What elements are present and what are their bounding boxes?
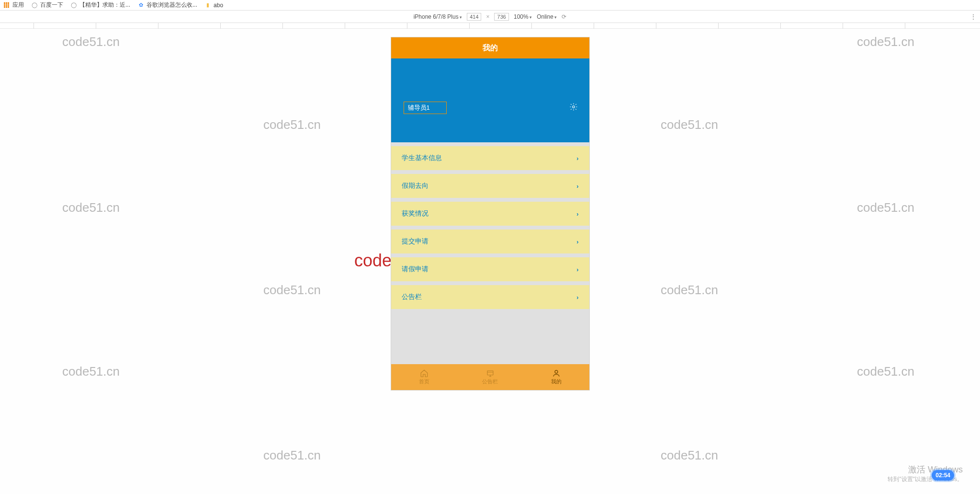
watermark: code51.cn — [62, 364, 120, 379]
watermark: code51.cn — [263, 117, 321, 132]
bookmark-folder-label: abo — [214, 2, 223, 9]
bookmarks-bar: 应用 ◯ 百度一下 ◯ 【精华】求助：近... ✿ 谷歌浏览器怎么收... ▮ … — [0, 0, 980, 11]
profile-panel: 辅导员1 — [391, 58, 589, 142]
apps-grid-icon — [4, 2, 10, 8]
chevron-right-icon: › — [576, 210, 578, 218]
menu-item-label: 学生基本信息 — [402, 154, 442, 162]
watermark: code51.cn — [857, 34, 914, 49]
menu-item-board[interactable]: 公告栏 › — [391, 285, 589, 309]
profile-name-text: 辅导员1 — [408, 104, 430, 111]
menu-item-student-info[interactable]: 学生基本信息 › — [391, 146, 589, 170]
chevron-right-icon: › — [576, 238, 578, 245]
bookmark-apps[interactable]: 应用 — [3, 1, 24, 9]
device-width-input[interactable]: 414 — [467, 13, 481, 21]
bookmark-forum[interactable]: ◯ 【精华】求助：近... — [70, 1, 130, 9]
menu-item-label: 假期去向 — [402, 182, 428, 190]
globe-icon: ◯ — [70, 1, 78, 9]
app-header: 我的 — [391, 37, 589, 58]
chevron-right-icon: › — [576, 183, 578, 190]
paw-icon: ✿ — [137, 1, 145, 9]
devtools-device-toolbar: iPhone 6/7/8 Plus 414 × 736 100% Online … — [0, 11, 980, 23]
tab-home-label: 首页 — [419, 378, 429, 385]
watermark: code51.cn — [62, 34, 120, 49]
person-icon — [552, 369, 561, 378]
svg-point-0 — [572, 106, 574, 108]
settings-button[interactable] — [569, 103, 578, 111]
svg-point-2 — [555, 370, 558, 373]
bookmark-apps-label: 应用 — [12, 1, 24, 9]
menu-list: 学生基本信息 › 假期去向 › 获奖情况 › 提交申请 › 请假申请 › 公告栏… — [391, 142, 589, 313]
bookmark-baidu-label: 百度一下 — [40, 1, 63, 9]
folder-icon: ▮ — [204, 1, 212, 9]
menu-item-label: 提交申请 — [402, 237, 428, 246]
bookmark-baidu[interactable]: ◯ 百度一下 — [31, 1, 63, 9]
tab-home[interactable]: 首页 — [391, 364, 457, 390]
rotate-icon[interactable]: ⟳ — [562, 13, 566, 20]
network-selector[interactable]: Online — [537, 13, 557, 20]
watermark: code51.cn — [263, 448, 321, 463]
devtools-ruler — [0, 23, 980, 29]
bookmark-chrome-help[interactable]: ✿ 谷歌浏览器怎么收... — [137, 1, 197, 9]
watermark: code51.cn — [661, 283, 718, 298]
filler — [391, 313, 589, 364]
watermark: code51.cn — [263, 283, 321, 298]
menu-item-holiday[interactable]: 假期去向 › — [391, 174, 589, 198]
watermark: code51.cn — [661, 117, 718, 132]
tab-board-label: 公告栏 — [482, 378, 498, 385]
chevron-right-icon: › — [576, 294, 578, 301]
watermark: code51.cn — [62, 200, 120, 215]
screen-recorder-badge[interactable]: 02:54 — [932, 470, 954, 481]
dimension-separator: × — [486, 13, 490, 20]
gear-icon — [569, 103, 578, 111]
devtools-more-button[interactable]: ⋮ — [970, 13, 977, 21]
menu-item-leave[interactable]: 请假申请 › — [391, 257, 589, 281]
bookmark-folder-abo[interactable]: ▮ abo — [204, 1, 223, 9]
bookmark-forum-label: 【精华】求助：近... — [79, 1, 130, 9]
menu-item-submit[interactable]: 提交申请 › — [391, 230, 589, 253]
menu-item-label: 公告栏 — [402, 293, 422, 301]
menu-item-label: 获奖情况 — [402, 209, 428, 218]
zoom-selector[interactable]: 100% — [514, 13, 532, 20]
device-selector[interactable]: iPhone 6/7/8 Plus — [414, 13, 462, 20]
svg-rect-1 — [487, 371, 493, 375]
watermark: code51.cn — [857, 364, 914, 379]
chevron-right-icon: › — [576, 155, 578, 162]
app-title: 我的 — [483, 43, 498, 53]
menu-item-label: 请假申请 — [402, 265, 428, 274]
globe-icon: ◯ — [31, 1, 38, 9]
chevron-right-icon: › — [576, 266, 578, 273]
board-icon — [486, 369, 495, 378]
menu-item-awards[interactable]: 获奖情况 › — [391, 202, 589, 226]
watermark: code51.cn — [857, 200, 914, 215]
tab-board[interactable]: 公告栏 — [457, 364, 523, 390]
watermark: code51.cn — [661, 448, 718, 463]
device-height-input[interactable]: 736 — [495, 13, 509, 21]
tab-mine[interactable]: 我的 — [523, 364, 589, 390]
profile-name-box[interactable]: 辅导员1 — [404, 102, 447, 114]
tab-mine-label: 我的 — [551, 378, 562, 385]
bookmark-chrome-help-label: 谷歌浏览器怎么收... — [146, 1, 197, 9]
device-frame: 我的 辅导员1 学生基本信息 › 假期去向 › 获奖情况 › — [391, 37, 589, 390]
recorder-time: 02:54 — [935, 472, 950, 479]
page-canvas: code51.cn code51.cn code51.cn code51.cn … — [0, 29, 980, 494]
home-icon — [420, 369, 428, 378]
tab-bar: 首页 公告栏 我的 — [391, 364, 589, 390]
